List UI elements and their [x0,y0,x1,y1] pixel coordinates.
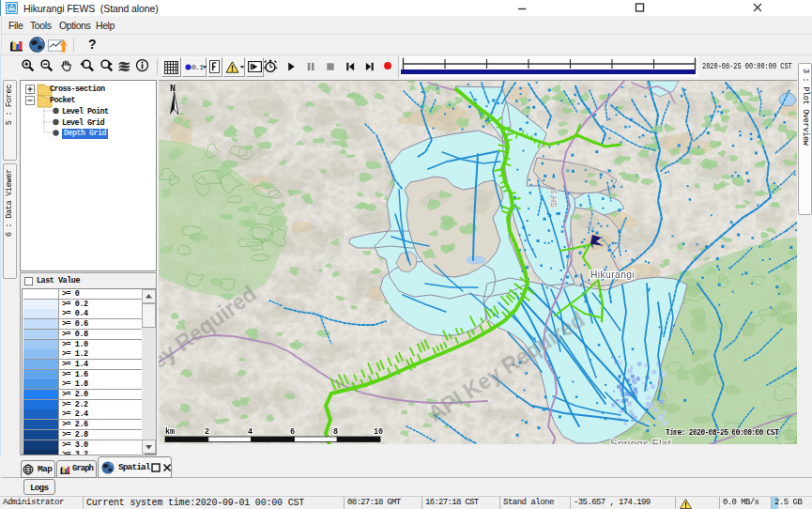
svg-text:8: 8 [333,427,338,437]
svg-text:Hikurangi: Hikurangi [590,270,635,280]
svg-text:Time: 2020-08-25 00:00:00 CST: Time: 2020-08-25 00:00:00 CST [666,428,779,438]
svg-text:2: 2 [205,427,209,437]
svg-text:SH 1: SH 1 [549,190,559,208]
svg-text:4: 4 [248,427,253,437]
svg-text:N: N [170,84,176,94]
svg-text:6: 6 [290,427,295,437]
svg-text:Springs Flat: Springs Flat [610,438,671,444]
svg-text:10: 10 [374,427,383,437]
svg-text:km: km [165,427,175,437]
